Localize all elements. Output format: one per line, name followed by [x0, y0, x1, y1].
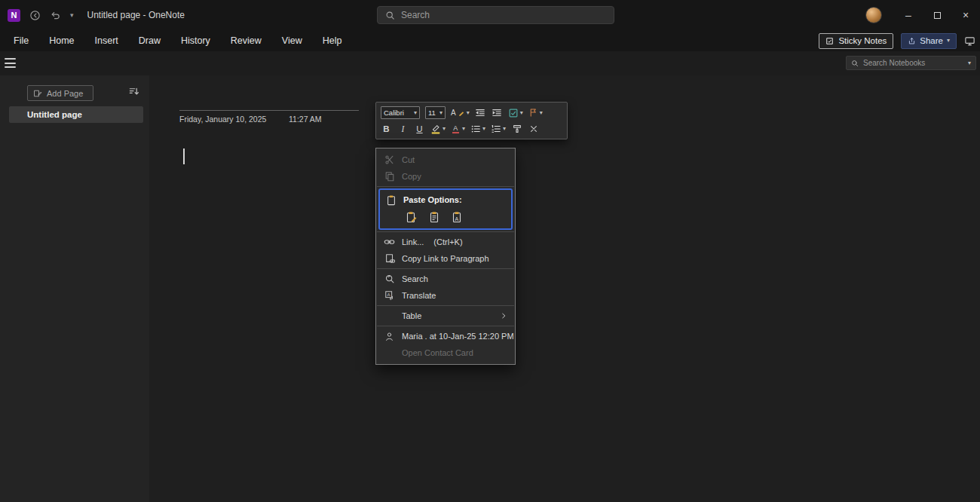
tab-file[interactable]: File: [14, 35, 29, 46]
ribbon-tab-bar: File Home Insert Draw History Review Vie…: [0, 30, 980, 51]
context-menu: Cut Copy Paste Options:: [375, 148, 516, 365]
font-color-button[interactable]: A ▾: [451, 124, 465, 134]
chevron-down-icon: ▾: [439, 110, 443, 116]
link-icon: [384, 237, 395, 246]
style-letter: A: [451, 109, 456, 117]
notebook-search-box[interactable]: ▾: [846, 56, 976, 70]
context-link[interactable]: Link... (Ctrl+K): [376, 234, 515, 250]
paste-icon: [385, 194, 397, 206]
share-icon: [908, 37, 916, 45]
context-search[interactable]: Search: [376, 271, 515, 287]
add-page-button[interactable]: Add Page: [27, 85, 93, 101]
tab-insert[interactable]: Insert: [95, 35, 118, 46]
highlighter-icon: [430, 124, 441, 134]
page-list-item-untitled[interactable]: Untitled page: [9, 106, 143, 123]
global-search-box[interactable]: [377, 6, 614, 24]
context-table[interactable]: Table: [376, 308, 515, 324]
underline-button[interactable]: U: [414, 122, 425, 136]
chevron-down-icon: ▾: [462, 126, 465, 132]
share-chevron-icon: ▾: [947, 38, 950, 44]
paste-merge-formatting-button[interactable]: [427, 210, 442, 225]
menu-separator: [377, 231, 514, 232]
person-icon: [384, 332, 395, 341]
context-translate[interactable]: A Translate: [376, 287, 515, 304]
menu-separator: [377, 268, 514, 269]
meet-icon[interactable]: [964, 35, 975, 47]
notebook-search-input[interactable]: [863, 59, 963, 67]
quick-access-chevron-icon[interactable]: ▾: [70, 11, 74, 19]
svg-text:A: A: [455, 216, 459, 221]
search-input[interactable]: [401, 10, 606, 20]
translate-label: Translate: [402, 291, 436, 300]
page-datetime-stamp: Friday, January 10, 2025 11:27 AM: [179, 110, 359, 124]
paste-options-selection: Paste Options: A: [378, 188, 513, 230]
translate-icon: A: [384, 290, 395, 301]
sort-pages-button[interactable]: [128, 86, 139, 97]
highlight-color-button[interactable]: ▾: [430, 124, 446, 134]
minimize-button[interactable]: –: [894, 0, 923, 30]
cut-icon: [384, 155, 395, 165]
close-button[interactable]: ×: [951, 0, 980, 30]
todo-tag-button[interactable]: ▾: [508, 108, 523, 118]
bold-button[interactable]: B: [381, 122, 392, 136]
context-author-info[interactable]: Maria . at 10-Jan-25 12:20 PM: [376, 328, 515, 344]
onenote-window: N ▾ Untitled page - OneNote – × File: [0, 0, 980, 502]
tab-home[interactable]: Home: [49, 35, 74, 46]
notebook-search-chevron-icon[interactable]: ▾: [968, 60, 971, 66]
sticky-notes-icon: [825, 37, 834, 45]
page-title-label: Untitled page: [27, 110, 82, 119]
paste-options-header: Paste Options:: [380, 191, 511, 208]
chevron-down-icon: ▾: [540, 110, 543, 116]
tab-review[interactable]: Review: [231, 35, 262, 46]
add-page-label: Add Page: [47, 89, 83, 98]
undo-icon[interactable]: [50, 10, 61, 21]
share-button[interactable]: Share ▾: [901, 33, 957, 49]
bullet-list-button[interactable]: ▾: [470, 124, 485, 134]
titlebar: N ▾ Untitled page - OneNote – ×: [0, 0, 980, 30]
chevron-down-icon: ▾: [467, 110, 470, 116]
tab-history[interactable]: History: [181, 35, 210, 46]
font-size-value: 11: [428, 109, 436, 117]
chevron-down-icon: ▾: [520, 110, 523, 116]
account-avatar[interactable]: [865, 7, 882, 23]
context-copy-link-to-paragraph[interactable]: Copy Link to Paragraph: [376, 250, 515, 267]
page-list-pane: Add Page Untitled page: [0, 75, 149, 502]
maximize-button[interactable]: [923, 0, 951, 30]
sticky-notes-button[interactable]: Sticky Notes: [819, 33, 893, 49]
tab-help[interactable]: Help: [323, 35, 342, 46]
font-size-select[interactable]: 11 ▾: [425, 106, 446, 119]
table-label: Table: [402, 311, 421, 320]
link-label: Link...: [402, 237, 424, 246]
flag-tag-button[interactable]: ▾: [528, 108, 543, 118]
maximize-icon: [934, 12, 941, 19]
font-name-value: Calibri: [384, 109, 404, 117]
text-cursor: [183, 148, 185, 164]
author-label: Maria . at 10-Jan-25 12:20 PM: [402, 332, 514, 341]
search-icon: [385, 11, 395, 20]
paste-keep-source-formatting-button[interactable]: [404, 210, 419, 225]
page-date: Friday, January 10, 2025: [179, 115, 266, 124]
text-style-button[interactable]: A ▾: [451, 109, 470, 117]
copy-link-label: Copy Link to Paragraph: [402, 254, 489, 263]
back-icon[interactable]: [29, 10, 41, 21]
increase-indent-button[interactable]: [492, 106, 503, 120]
chevron-down-icon: ▾: [414, 110, 417, 116]
add-page-icon: [33, 89, 42, 98]
copy-link-icon: [384, 253, 395, 264]
numbered-list-button[interactable]: ▾: [491, 124, 506, 134]
font-name-select[interactable]: Calibri ▾: [381, 106, 420, 119]
italic-button[interactable]: I: [397, 122, 409, 136]
tab-view[interactable]: View: [282, 35, 302, 46]
paste-keep-text-only-button[interactable]: A: [449, 210, 464, 225]
tab-draw[interactable]: Draw: [139, 35, 161, 46]
numbering-icon: [491, 124, 501, 134]
menu-separator: [377, 186, 514, 187]
chevron-down-icon: ▾: [482, 126, 485, 132]
dismiss-toolbar-button[interactable]: [528, 122, 539, 136]
decrease-indent-button[interactable]: [475, 106, 486, 120]
format-painter-button[interactable]: [511, 122, 522, 136]
share-label: Share: [920, 36, 943, 45]
navigation-hamburger-button[interactable]: [5, 58, 16, 68]
paste-options-row: A: [380, 210, 511, 225]
search-icon: [851, 60, 859, 67]
